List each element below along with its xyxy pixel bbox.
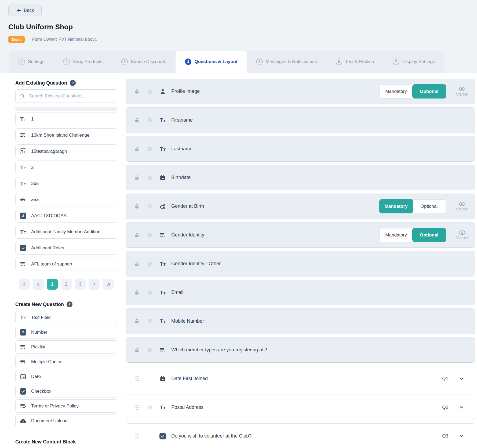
content-area: Add Existing Question ? TT 1 10km Shoe I…	[0, 73, 477, 448]
sidebar-item-checkbox[interactable]: Checkbox	[15, 385, 117, 398]
question-row-lastname: TTLastname	[126, 136, 475, 162]
question-label: Lastname	[171, 146, 192, 152]
question-row-postal-address[interactable]: TTPostal Address Q2	[126, 395, 475, 420]
pagination-first-button[interactable]	[19, 279, 30, 290]
sidebar-item-aact1xdioqaa[interactable]: 2 AACT1XDIOQAA	[15, 209, 117, 223]
pagination-page-2[interactable]: 2	[61, 279, 72, 290]
date-icon	[20, 373, 26, 380]
question-number: Q3	[442, 434, 448, 439]
visibility-control[interactable]: Visible	[453, 230, 471, 240]
add-existing-heading: Add Existing Question ?	[15, 80, 117, 86]
tab-shop-products[interactable]: 2 Shop Products	[54, 51, 112, 73]
sidebar-item-label: Document Upload	[31, 418, 68, 424]
pagination-prev-button[interactable]	[33, 279, 44, 290]
question-row-gender-at-birth: Gender at Birth Mandatory Optional Visib…	[126, 194, 475, 219]
chevron-down-icon[interactable]	[458, 404, 465, 410]
sidebar-item-label: Date	[31, 374, 41, 379]
sidebar-item-terms-or-privacy-policy[interactable]: Terms or Privacy Policy	[15, 399, 117, 413]
sidebar-item-additional-roles[interactable]: Additional Roles	[15, 241, 117, 255]
chevron-down-icon[interactable]	[458, 376, 465, 382]
help-icon[interactable]: ?	[67, 301, 72, 307]
tab-questions-layout[interactable]: 4 Questions & Layout	[176, 51, 247, 73]
pagination-page-1[interactable]: 1	[47, 279, 58, 290]
sidebar-item-text-field[interactable]: TT Text Field	[15, 311, 117, 324]
visibility-control[interactable]: Visible	[453, 86, 471, 96]
tab-display-settings[interactable]: 7 Display Settings	[383, 51, 444, 73]
drag-handle-icon[interactable]	[135, 405, 139, 410]
tab-bar: 1 Settings 2 Shop Products 3 Bundle Disc…	[9, 51, 445, 73]
sidebar-item-document-upload[interactable]: Document Upload	[15, 414, 117, 427]
sidebar-item-2[interactable]: TT 2	[15, 161, 117, 174]
question-label: Gender at Birth	[171, 203, 204, 209]
sidebar-item-multiple-choice[interactable]: Multiple Choice	[15, 355, 117, 368]
pagination-next-button[interactable]	[89, 279, 100, 290]
list-scroll-track[interactable]	[15, 107, 117, 111]
tab-bundle-discounts[interactable]: 3 Bundle Discounts	[112, 51, 176, 73]
tab-number-badge: 1	[19, 59, 25, 65]
tab-number-badge: 2	[63, 59, 70, 65]
sidebar-item-afl-team-of-support[interactable]: AFL team of support	[15, 257, 117, 271]
question-row-gender-identity-other: TTGender Identity - Other	[126, 251, 475, 276]
atom-icon	[147, 117, 154, 123]
help-icon[interactable]: ?	[70, 80, 76, 86]
atom-icon	[147, 261, 154, 267]
sidebar-item-label: Checkbox	[31, 389, 52, 394]
question-row-gender-identity: Gender Identity Mandatory Optional Visib…	[126, 222, 475, 248]
question-row-date-first-joined[interactable]: Date First Joined Q1	[126, 366, 475, 391]
search-input[interactable]	[28, 93, 113, 99]
visible-label: Visible	[456, 92, 468, 96]
sidebar-item-label: Terms or Privacy Policy	[31, 403, 79, 409]
mandatory-option[interactable]: Mandatory	[380, 85, 413, 98]
text-field-icon: TT	[20, 116, 26, 122]
drag-handle-icon[interactable]	[135, 376, 139, 382]
optional-option[interactable]: Optional	[413, 200, 446, 213]
lock-icon	[134, 290, 140, 296]
mandatory-option[interactable]: Mandatory	[379, 199, 413, 213]
sidebar-item-365[interactable]: TT 365	[15, 177, 117, 190]
mandatory-option[interactable]: Mandatory	[380, 228, 413, 242]
sidebar-item-additional-family-memberaddition[interactable]: TT Additional Family MemberAddition...	[15, 225, 117, 239]
create-new-heading: Create New Question ?	[15, 301, 117, 307]
sidebar-item-aaa[interactable]: aaa	[15, 193, 117, 206]
tab-label: Display Settings	[402, 59, 435, 64]
lock-icon	[134, 347, 140, 353]
sidebar-item-15testparagaragh[interactable]: TT 15testparagaragh	[15, 144, 117, 158]
atom-icon	[147, 404, 154, 411]
create-content-heading: Create New Content Block	[15, 439, 117, 445]
sidebar-item-picklist[interactable]: Picklist	[15, 340, 117, 354]
question-row-do-you-wish-to-volunteer-at-the-club[interactable]: Do you wish to volunteer at the Club? Q3	[126, 423, 475, 448]
chevron-down-icon[interactable]	[458, 433, 465, 439]
new-question-type-list: TT Text Field 2 Number Picklist Multiple…	[15, 311, 117, 427]
sidebar-item-10km-shoe-island-challenge[interactable]: 10km Shoe Island Challenge	[15, 128, 117, 142]
sidebar-item-1[interactable]: TT 1	[15, 112, 117, 126]
pagination-page-3[interactable]: 3	[75, 279, 86, 290]
tab-messages-notifications[interactable]: 5 Messages & Notifications	[247, 51, 326, 73]
question-label: Firstname	[171, 117, 193, 123]
lock-icon	[134, 203, 140, 209]
visible-label: Visible	[456, 207, 468, 211]
lock-icon	[134, 232, 140, 238]
optional-option[interactable]: Optional	[412, 228, 446, 242]
optional-option[interactable]: Optional	[412, 84, 446, 99]
tab-settings[interactable]: 1 Settings	[9, 51, 54, 73]
tab-test-publish[interactable]: 6 Test & Publish	[326, 51, 384, 73]
visibility-control[interactable]: Visible	[453, 201, 471, 211]
lock-icon	[134, 175, 140, 181]
status-badge: Draft	[8, 36, 25, 43]
back-button[interactable]: Back	[8, 5, 42, 16]
gender-icon	[159, 203, 166, 210]
number-icon: 2	[20, 213, 26, 219]
back-arrow-icon	[16, 8, 21, 13]
question-row-profile-image: Profile Image Mandatory Optional Visible	[126, 79, 475, 104]
question-label: Do you wish to volunteer at the Club?	[171, 433, 252, 439]
drag-handle-icon[interactable]	[135, 433, 139, 439]
pagination-last-button[interactable]	[103, 279, 114, 290]
text-field-icon: TT	[20, 315, 26, 320]
sidebar-item-number[interactable]: 2 Number	[15, 326, 117, 339]
question-row-firstname: TTFirstname	[126, 107, 475, 133]
text-field-icon: TT	[160, 146, 165, 152]
sidebar-item-label: 10km Shoe Island Challenge	[31, 133, 89, 138]
number-icon: 2	[20, 329, 26, 336]
sidebar-item-date[interactable]: Date	[15, 370, 117, 383]
picklist-icon	[20, 132, 26, 139]
